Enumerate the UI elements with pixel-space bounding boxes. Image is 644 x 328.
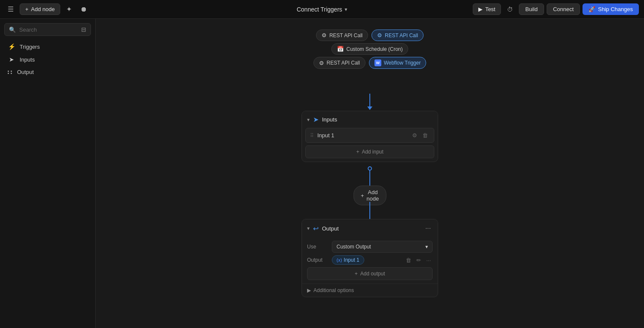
triggers-icon: ⚡ [8,43,15,50]
trigger-rest-label-2: REST API Call [385,33,418,38]
input-1-row: ⠿ Input 1 ⚙ 🗑 [305,128,434,143]
use-label: Use [307,244,328,250]
canvas-plus-icon: + [361,192,364,199]
plus-icon: + [25,6,29,12]
additional-chevron-icon: ▶ [307,287,311,293]
trigger-webflow-label: Webflow Trigger [384,60,421,66]
sparkle-button[interactable]: ✦ [64,3,74,16]
add-input-plus-icon: + [356,149,359,155]
trigger-cron-label: Custom Schedule (Cron) [346,46,403,52]
ship-changes-button[interactable]: 🚀 Ship Changes [583,3,639,15]
menu-icon: ☰ [8,5,14,13]
play-icon: ▶ [478,6,483,12]
trigger-rest-api-1[interactable]: ⚙ REST API Call [316,30,368,41]
custom-output-dropdown[interactable]: Custom Output ▾ [332,241,433,253]
build-button[interactable]: Build [519,3,544,15]
main-layout: 🔍 ⊟ ⚡ Triggers ➤ Inputs Output [0,19,644,328]
trigger-webflow[interactable]: W Webflow Trigger [369,57,426,69]
api-icon-2: ⚙ [377,32,382,38]
output-variable-name: Input 1 [344,257,360,263]
trigger-cron[interactable]: 📅 Custom Schedule (Cron) [331,43,408,55]
output-more-row-button[interactable]: ··· [424,256,433,264]
output-field-label: Output [307,257,328,263]
sidebar-item-label-output: Output [17,69,34,75]
additional-options-label: Additional options [313,287,354,293]
trigger-rest-label-1: REST API Call [329,33,363,38]
output-delete-button[interactable]: 🗑 [404,256,413,264]
connector-1 [367,94,372,110]
output-variable-chip[interactable]: (x) Input 1 [332,255,364,265]
sidebar-item-label-triggers: Triggers [20,44,40,50]
history-icon: ⏱ [507,6,513,13]
topbar-center: Connect Triggers ▾ [297,6,348,13]
connector-line-1 [369,94,370,106]
sidebar-item-inputs[interactable]: ➤ Inputs [4,53,91,66]
custom-output-value: Custom Output [337,244,371,250]
trigger-rest-api-2[interactable]: ⚙ REST API Call [372,30,424,41]
variable-icon: (x) [337,257,342,263]
connector-arrow-1 [367,106,372,110]
add-input-label: Add input [362,149,383,155]
input-1-name: Input 1 [317,132,407,139]
add-output-button[interactable]: + Add output [307,267,433,280]
sidebar-item-label-inputs: Inputs [20,56,35,63]
record-icon: ⏺ [80,6,87,13]
input-1-settings-button[interactable]: ⚙ [410,131,419,139]
test-label: Test [485,6,495,12]
api-icon-3: ⚙ [319,60,324,66]
connector-line-3 [369,202,370,219]
history-button[interactable]: ⏱ [503,3,516,15]
trigger-rest-api-3[interactable]: ⚙ REST API Call [313,57,366,69]
input-1-delete-button[interactable]: 🗑 [421,131,430,139]
input-1-actions: ⚙ 🗑 [410,131,430,139]
menu-button[interactable]: ☰ [5,3,16,16]
sidebar: 🔍 ⊟ ⚡ Triggers ➤ Inputs Output [0,19,96,328]
output-node-header: ▾ ↩ Output ··· [302,219,438,237]
trigger-row-3: ⚙ REST API Call W Webflow Trigger [313,57,426,69]
inputs-collapse-button[interactable]: ▾ [307,117,310,123]
chevron-down-icon: ▾ [345,6,347,12]
topbar-right: ▶ Test ⏱ Build Connect 🚀 Ship Changes [473,3,639,15]
inputs-node-header: ▾ ➤ Inputs [302,111,438,128]
output-node-title: Output [322,225,420,232]
output-collapse-button[interactable]: ▾ [307,225,310,231]
test-button[interactable]: ▶ Test [473,3,501,15]
output-grid-icon [8,71,13,74]
search-box: 🔍 ⊟ [4,23,91,36]
search-icon: 🔍 [9,27,16,33]
topbar-left: ☰ + Add node ✦ ⏺ [5,3,473,16]
output-use-row: Use Custom Output ▾ [307,241,433,253]
additional-options-row[interactable]: ▶ Additional options [302,284,438,297]
record-button[interactable]: ⏺ [78,3,90,16]
output-edit-button[interactable]: ✏ [415,256,423,264]
trigger-rest-label-3: REST API Call [327,60,360,66]
ship-label: Ship Changes [598,6,633,12]
trigger-row-1: ⚙ REST API Call ⚙ REST API Call [316,30,424,41]
add-output-plus-icon: + [354,271,357,277]
connector-line-2 [369,171,370,186]
inputs-node-title: Inputs [322,116,433,123]
sidebar-item-output[interactable]: Output [4,66,91,78]
cron-icon: 📅 [337,46,344,52]
connect-button[interactable]: Connect [547,3,580,15]
inputs-node-icon: ➤ [313,115,319,124]
add-output-label: Add output [360,271,385,277]
title-chevron-button[interactable]: ▾ [345,6,347,12]
add-input-button[interactable]: + Add input [305,145,434,158]
dropdown-chevron-icon: ▾ [425,244,428,250]
trigger-row-2: 📅 Custom Schedule (Cron) [331,43,408,55]
output-value-actions: 🗑 ✏ ··· [404,256,433,264]
webflow-icon: W [375,59,381,66]
inputs-icon: ➤ [8,56,15,63]
sidebar-item-triggers[interactable]: ⚡ Triggers [4,40,91,53]
filter-button[interactable]: ⊟ [81,26,86,33]
flow-container: ⚙ REST API Call ⚙ REST API Call 📅 Custom… [96,19,644,328]
rocket-icon: 🚀 [588,6,595,12]
search-input[interactable] [19,27,78,33]
connect-label: Connect [553,6,574,12]
output-node: ▾ ↩ Output ··· Use Custom Output ▾ [302,219,438,297]
page-title: Connect Triggers [297,6,342,13]
output-more-button[interactable]: ··· [424,224,433,233]
add-node-button[interactable]: + Add node [20,3,60,15]
inputs-node: ▾ ➤ Inputs ⠿ Input 1 ⚙ 🗑 + [302,111,438,162]
